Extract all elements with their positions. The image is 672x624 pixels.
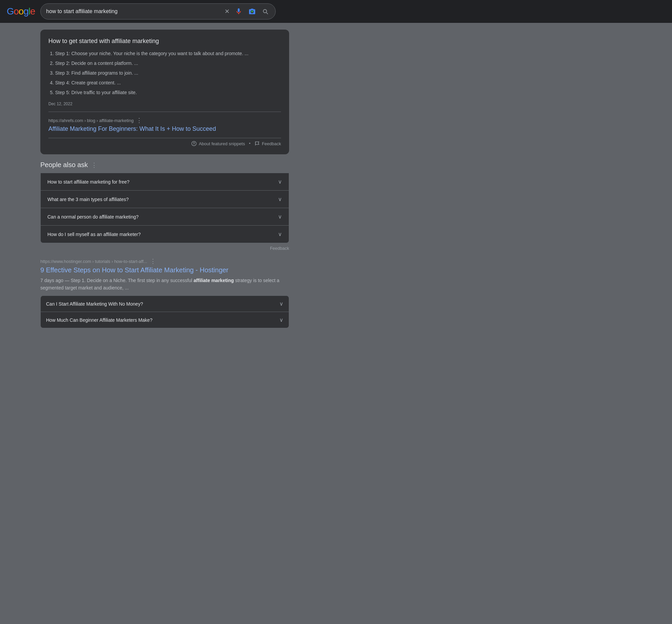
svg-point-0	[252, 10, 254, 12]
paa-question-3: Can a normal person do affiliate marketi…	[47, 214, 138, 219]
snippet-step-2: Step 2: Decide on a content platform. ..…	[55, 60, 281, 67]
chevron-down-icon-2: ∨	[278, 196, 282, 202]
result-snippet-text-before: 7 days ago — Step 1. Decide on a Niche. …	[40, 278, 193, 283]
snippet-date: Dec 12, 2022	[48, 102, 281, 106]
snippet-step-1: Step 1: Choose your niche. Your niche is…	[55, 50, 281, 57]
paa-item-2[interactable]: What are the 3 main types of affiliates?…	[40, 190, 289, 208]
about-featured-snippets-button[interactable]: About featured snippets	[191, 141, 245, 146]
snippet-step-5: Step 5: Drive traffic to your affiliate …	[55, 89, 281, 96]
paa-feedback-button[interactable]: Feedback	[40, 246, 289, 251]
paa-question-2: What are the 3 main types of affiliates?	[47, 197, 129, 202]
mic-icon	[235, 8, 242, 15]
people-also-ask-section: People also ask ⋮ How to start affiliate…	[40, 161, 289, 251]
chevron-down-icon-3: ∨	[278, 213, 282, 220]
search-icon	[262, 8, 268, 15]
chevron-down-icon-4: ∨	[278, 231, 282, 237]
result-snippet-1: 7 days ago — Step 1. Decide on a Niche. …	[40, 277, 289, 291]
snippet-feedback-label: Feedback	[262, 141, 281, 146]
snippet-source-info: https://ahrefs.com › blog › affiliate-ma…	[48, 117, 281, 132]
snippet-source-row: https://ahrefs.com › blog › affiliate-ma…	[48, 117, 281, 132]
sub-chevron-down-icon-1: ∨	[279, 301, 283, 307]
main-content: How to get started with affiliate market…	[0, 23, 303, 342]
snippet-step-3: Step 3: Find affiliate programs to join.…	[55, 70, 281, 77]
chevron-down-icon-1: ∨	[278, 179, 282, 185]
logo-letter-e: e	[30, 6, 35, 17]
search-bar: how to start affiliate marketing ✕	[40, 3, 276, 20]
snippet-title: How to get started with affiliate market…	[48, 38, 281, 45]
search-submit-button[interactable]	[261, 7, 270, 16]
snippet-url-row: https://ahrefs.com › blog › affiliate-ma…	[48, 117, 281, 124]
snippet-footer: About featured snippets • Feedback	[48, 138, 281, 146]
about-snippets-label: About featured snippets	[199, 141, 245, 146]
header: Google how to start affiliate marketing …	[0, 0, 672, 23]
snippet-step-4: Step 4: Create great content. ...	[55, 79, 281, 86]
result-sub-question-2: How Much Can Beginner Affiliate Marketer…	[46, 317, 152, 323]
question-circle-icon	[191, 141, 197, 146]
result-sub-question-1: Can I Start Affiliate Marketing With No …	[46, 301, 143, 307]
paa-title: People also ask	[40, 161, 88, 169]
snippet-divider	[48, 112, 281, 112]
result-menu-icon-1[interactable]: ⋮	[150, 258, 156, 265]
sub-chevron-down-icon-2: ∨	[279, 317, 283, 323]
search-result-1: https://www.hostinger.com › tutorials › …	[40, 258, 289, 328]
snippet-steps-list: Step 1: Choose your niche. Your niche is…	[48, 50, 281, 96]
logo-letter-o1: o	[14, 6, 19, 17]
snippet-link[interactable]: Affiliate Marketing For Beginners: What …	[48, 125, 216, 132]
result-url-row-1: https://www.hostinger.com › tutorials › …	[40, 258, 289, 265]
clear-icon[interactable]: ✕	[224, 8, 230, 15]
logo-letter-g2: g	[24, 6, 29, 17]
feedback-flag-icon	[255, 141, 260, 146]
result-sub-item-1[interactable]: Can I Start Affiliate Marketing With No …	[40, 295, 289, 312]
featured-snippet: How to get started with affiliate market…	[40, 30, 289, 154]
result-url-1: https://www.hostinger.com › tutorials › …	[40, 259, 147, 264]
paa-question-4: How do I sell myself as an affiliate mar…	[47, 232, 141, 237]
paa-header: People also ask ⋮	[40, 161, 289, 169]
result-sub-items-1: Can I Start Affiliate Marketing With No …	[40, 295, 289, 328]
search-input[interactable]: how to start affiliate marketing	[46, 8, 220, 15]
result-sub-item-2[interactable]: How Much Can Beginner Affiliate Marketer…	[40, 312, 289, 328]
google-logo: Google	[7, 6, 35, 17]
result-snippet-bold: affiliate marketing	[193, 278, 234, 283]
paa-item-3[interactable]: Can a normal person do affiliate marketi…	[40, 208, 289, 225]
snippet-feedback-button[interactable]: Feedback	[255, 141, 281, 146]
camera-button[interactable]	[247, 6, 257, 17]
paa-item-4[interactable]: How do I sell myself as an affiliate mar…	[40, 225, 289, 243]
camera-icon	[249, 8, 256, 15]
result-title-1[interactable]: 9 Effective Steps on How to Start Affili…	[40, 266, 289, 274]
footer-dot: •	[249, 141, 251, 146]
snippet-url: https://ahrefs.com › blog › affiliate-ma…	[48, 118, 133, 123]
logo-letter-g: G	[7, 6, 14, 17]
paa-item-1[interactable]: How to start affiliate marketing for fre…	[40, 173, 289, 190]
logo-letter-o2: o	[19, 6, 24, 17]
mic-button[interactable]	[234, 6, 244, 17]
snippet-menu-icon[interactable]: ⋮	[136, 117, 142, 124]
paa-menu-icon[interactable]: ⋮	[91, 161, 97, 169]
paa-question-1: How to start affiliate marketing for fre…	[47, 179, 129, 185]
